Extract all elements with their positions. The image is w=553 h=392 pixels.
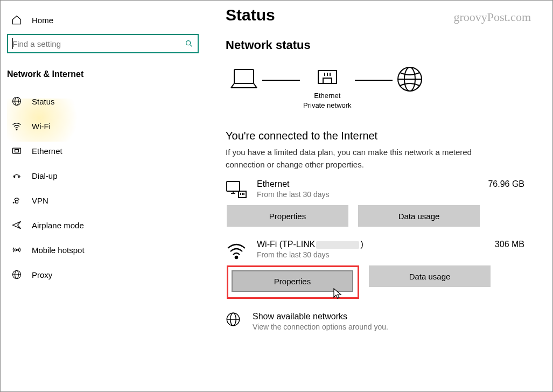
svg-point-5: [16, 129, 17, 130]
sidebar-item-label: Airplane mode: [32, 221, 84, 230]
connection-row-ethernet: Ethernet From the last 30 days 76.96 GB: [226, 179, 531, 200]
sidebar: Home Network & Internet Status Wi-Fi: [1, 1, 205, 391]
cursor-icon: [333, 288, 342, 299]
connection-sub: From the last 30 days: [257, 250, 485, 259]
svg-point-11: [13, 202, 14, 203]
sidebar-item-label: Ethernet: [32, 146, 62, 156]
sidebar-item-ethernet[interactable]: Ethernet: [7, 138, 199, 163]
watermark: groovyPost.com: [453, 10, 531, 24]
vpn-icon: [11, 195, 22, 206]
sidebar-item-dialup[interactable]: Dial-up: [7, 163, 199, 188]
svg-rect-18: [323, 78, 332, 83]
ethernet-properties-button[interactable]: Properties: [227, 205, 348, 227]
sidebar-item-label: Dial-up: [32, 171, 58, 180]
wifi-device-icon: [226, 241, 247, 260]
show-available-networks[interactable]: Show available networks View the connect…: [226, 312, 531, 331]
network-diagram: Ethernet Private network: [226, 65, 531, 116]
sidebar-item-airplane[interactable]: Airplane mode: [7, 213, 199, 237]
connection-headline: You're connected to the Internet: [226, 130, 531, 142]
svg-rect-7: [15, 150, 19, 152]
connection-usage: 306 MB: [495, 240, 524, 249]
proxy-icon: [11, 269, 22, 280]
connection-sub: From the last 30 days: [257, 190, 478, 199]
ethernet-device-icon: [226, 180, 247, 200]
svg-point-9: [18, 177, 19, 178]
ethernet-icon: [11, 145, 22, 156]
ethernet-port-icon: [315, 67, 340, 91]
redacted-ssid: [316, 241, 359, 249]
svg-line-1: [190, 45, 192, 46]
search-icon: [185, 39, 193, 48]
available-sub: View the connection options around you.: [253, 323, 388, 331]
globe-icon: [11, 96, 22, 107]
sidebar-item-label: Mobile hotspot: [32, 246, 85, 255]
sidebar-item-proxy[interactable]: Proxy: [7, 262, 199, 287]
sidebar-item-label: Status: [32, 97, 55, 106]
svg-point-32: [235, 256, 237, 258]
sidebar-item-vpn[interactable]: VPN: [7, 188, 199, 213]
svg-rect-6: [13, 148, 21, 153]
wifi-data-usage-button[interactable]: Data usage: [369, 265, 491, 287]
highlight-annotation: Properties: [227, 265, 359, 299]
search-input[interactable]: [12, 39, 185, 48]
sidebar-item-wifi[interactable]: Wi-Fi: [7, 114, 199, 138]
dialup-icon: [11, 170, 22, 181]
diagram-label-2: Private network: [303, 101, 352, 109]
sidebar-item-label: VPN: [32, 196, 48, 205]
svg-point-8: [14, 177, 15, 178]
svg-rect-25: [227, 181, 240, 191]
sidebar-item-label: Proxy: [32, 270, 52, 279]
section-title: Network & Internet: [7, 69, 199, 79]
svg-point-0: [186, 41, 191, 45]
connection-usage: 76.96 GB: [488, 179, 524, 189]
search-input-wrap[interactable]: [7, 34, 199, 53]
home-link[interactable]: Home: [7, 10, 199, 34]
connection-name: Wi-Fi (TP-LINK): [257, 240, 485, 249]
main-pane: groovyPost.com Status Network status: [205, 1, 552, 391]
svg-rect-17: [318, 71, 337, 83]
home-label: Home: [32, 16, 53, 25]
svg-rect-10: [16, 200, 18, 203]
ethernet-data-usage-button[interactable]: Data usage: [358, 205, 480, 227]
airplane-icon: [11, 220, 22, 230]
hotspot-icon: [11, 244, 22, 255]
connection-row-wifi: Wi-Fi (TP-LINK) From the last 30 days 30…: [226, 240, 531, 260]
available-title: Show available networks: [253, 312, 388, 321]
connection-name: Ethernet: [257, 179, 478, 189]
sidebar-item-status[interactable]: Status: [7, 89, 199, 114]
home-icon: [11, 15, 22, 25]
laptop-icon: [229, 67, 259, 91]
globe-large-icon: [396, 65, 424, 93]
wifi-icon: [11, 121, 22, 131]
text-caret: [12, 38, 13, 49]
globe-icon: [226, 312, 243, 329]
sidebar-item-label: Wi-Fi: [32, 122, 51, 131]
sidebar-item-hotspot[interactable]: Mobile hotspot: [7, 237, 199, 262]
svg-point-12: [16, 249, 18, 251]
connection-desc: If you have a limited data plan, you can…: [226, 146, 506, 171]
subtitle: Network status: [226, 38, 531, 52]
diagram-label-1: Ethernet: [314, 92, 340, 100]
svg-rect-16: [234, 69, 254, 83]
